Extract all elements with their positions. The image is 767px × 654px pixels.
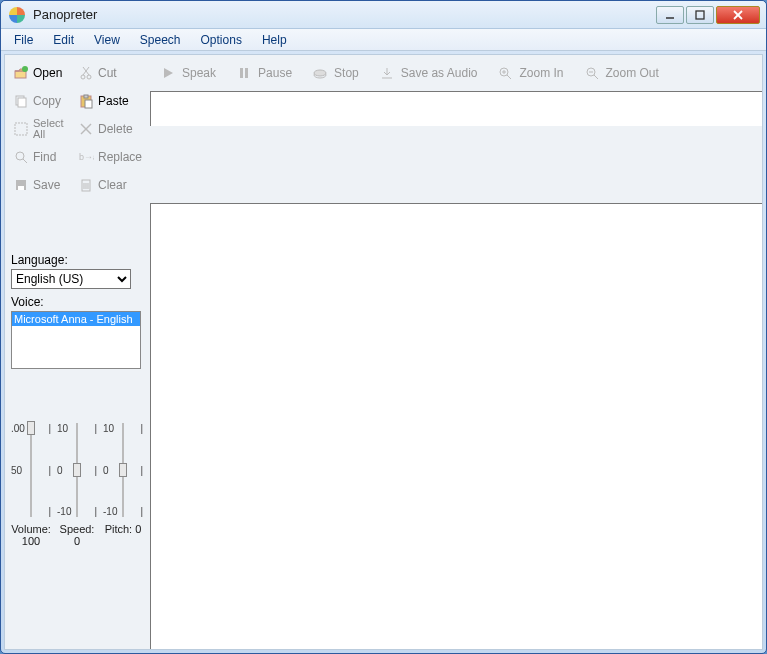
client-area: Open Cut Copy Paste Select All	[4, 54, 763, 650]
voice-listbox[interactable]: Microsoft Anna - English	[11, 311, 141, 369]
fileops-panel: Open Cut Copy Paste Select All	[5, 55, 150, 203]
zoom-in-button[interactable]: Zoom In	[491, 59, 569, 87]
minimize-button[interactable]	[656, 6, 684, 24]
spd-mid: 0	[57, 465, 63, 476]
selectall-label: Select All	[33, 118, 78, 140]
svg-point-32	[314, 70, 326, 76]
text-editor-main[interactable]	[150, 203, 762, 649]
svg-point-6	[22, 66, 28, 72]
sidebar: Language: English (US) Voice: Microsoft …	[5, 203, 150, 649]
zoom-out-button[interactable]: Zoom Out	[578, 59, 665, 87]
svg-rect-30	[245, 68, 248, 78]
open-label: Open	[33, 66, 62, 80]
zoom-in-label: Zoom In	[519, 66, 563, 80]
save-audio-icon	[379, 65, 395, 81]
find-icon	[13, 149, 29, 165]
find-label: Find	[33, 150, 56, 164]
menu-help[interactable]: Help	[253, 31, 296, 49]
app-window: Panopreter File Edit View Speech Options…	[0, 0, 767, 654]
open-icon	[13, 65, 29, 81]
stop-icon	[312, 65, 328, 81]
paste-button[interactable]: Paste	[78, 89, 143, 113]
replace-icon: b→a	[78, 149, 94, 165]
voice-label: Voice:	[11, 295, 144, 309]
svg-point-8	[87, 75, 91, 79]
speed-caption: Speed: 0	[57, 523, 97, 547]
svg-rect-29	[240, 68, 243, 78]
text-editor-top[interactable]	[150, 91, 762, 126]
save-audio-button[interactable]: Save as Audio	[373, 59, 484, 87]
spd-max: 10	[57, 423, 68, 434]
menubar: File Edit View Speech Options Help	[1, 29, 766, 51]
pause-button[interactable]: Pause	[230, 59, 298, 87]
vol-mid: 50	[11, 465, 22, 476]
delete-button[interactable]: Delete	[78, 117, 143, 141]
clear-icon	[78, 177, 94, 193]
window-controls	[654, 6, 760, 24]
menu-edit[interactable]: Edit	[44, 31, 83, 49]
svg-rect-23	[18, 186, 24, 190]
zoom-out-label: Zoom Out	[606, 66, 659, 80]
copy-button[interactable]: Copy	[13, 89, 78, 113]
svg-text:b→a: b→a	[79, 152, 94, 162]
svg-rect-1	[696, 11, 704, 19]
speak-label: Speak	[182, 66, 216, 80]
clear-label: Clear	[98, 178, 127, 192]
volume-slider[interactable]: .00| 50| |	[11, 423, 51, 517]
volume-slider-col: .00| 50| | Volume: 100	[11, 423, 51, 547]
clear-button[interactable]: Clear	[78, 173, 143, 197]
copy-icon	[13, 93, 29, 109]
maximize-button[interactable]	[686, 6, 714, 24]
svg-rect-15	[85, 100, 92, 108]
pit-min: -10	[103, 506, 117, 517]
find-button[interactable]: Find	[13, 145, 78, 169]
titlebar[interactable]: Panopreter	[1, 1, 766, 29]
delete-icon	[78, 121, 94, 137]
menu-options[interactable]: Options	[192, 31, 251, 49]
close-button[interactable]	[716, 6, 760, 24]
cut-label: Cut	[98, 66, 117, 80]
stop-button[interactable]: Stop	[306, 59, 365, 87]
editor-wrap	[150, 91, 762, 129]
speed-slider-col: 10| 0| -10| Speed: 0	[57, 423, 97, 547]
menu-file[interactable]: File	[5, 31, 42, 49]
speed-slider[interactable]: 10| 0| -10|	[57, 423, 97, 517]
speak-button[interactable]: Speak	[154, 59, 222, 87]
pause-icon	[236, 65, 252, 81]
menu-view[interactable]: View	[85, 31, 129, 49]
pitch-slider[interactable]: 10| 0| -10|	[103, 423, 143, 517]
copy-label: Copy	[33, 94, 61, 108]
cut-button[interactable]: Cut	[78, 61, 143, 85]
speech-toolbar: Speak Pause Stop Save as Audio	[150, 55, 762, 91]
selectall-button[interactable]: Select All	[13, 117, 78, 141]
language-label: Language:	[11, 253, 144, 267]
play-icon	[160, 65, 176, 81]
pit-mid: 0	[103, 465, 109, 476]
pause-label: Pause	[258, 66, 292, 80]
paste-label: Paste	[98, 94, 129, 108]
save-label: Save	[33, 178, 60, 192]
voice-item[interactable]: Microsoft Anna - English	[12, 312, 140, 326]
svg-point-7	[81, 75, 85, 79]
svg-marker-28	[164, 68, 173, 78]
svg-rect-16	[15, 123, 27, 135]
save-button[interactable]: Save	[13, 173, 78, 197]
window-title: Panopreter	[29, 7, 654, 22]
svg-line-35	[507, 75, 511, 79]
zoom-out-icon	[584, 65, 600, 81]
open-button[interactable]: Open	[13, 61, 78, 85]
sliders-panel: .00| 50| | Volume: 100 10| 0| -10|	[11, 423, 144, 547]
svg-line-20	[23, 159, 27, 163]
language-select[interactable]: English (US)	[11, 269, 131, 289]
top-strip: Open Cut Copy Paste Select All	[5, 55, 762, 203]
stop-label: Stop	[334, 66, 359, 80]
menu-speech[interactable]: Speech	[131, 31, 190, 49]
svg-rect-14	[84, 95, 88, 98]
replace-button[interactable]: b→a Replace	[78, 145, 143, 169]
selectall-icon	[13, 121, 29, 137]
svg-point-19	[16, 152, 24, 160]
vol-max: .00	[11, 423, 25, 434]
svg-line-39	[594, 75, 598, 79]
main-row: Language: English (US) Voice: Microsoft …	[5, 203, 762, 649]
svg-rect-12	[18, 98, 26, 107]
